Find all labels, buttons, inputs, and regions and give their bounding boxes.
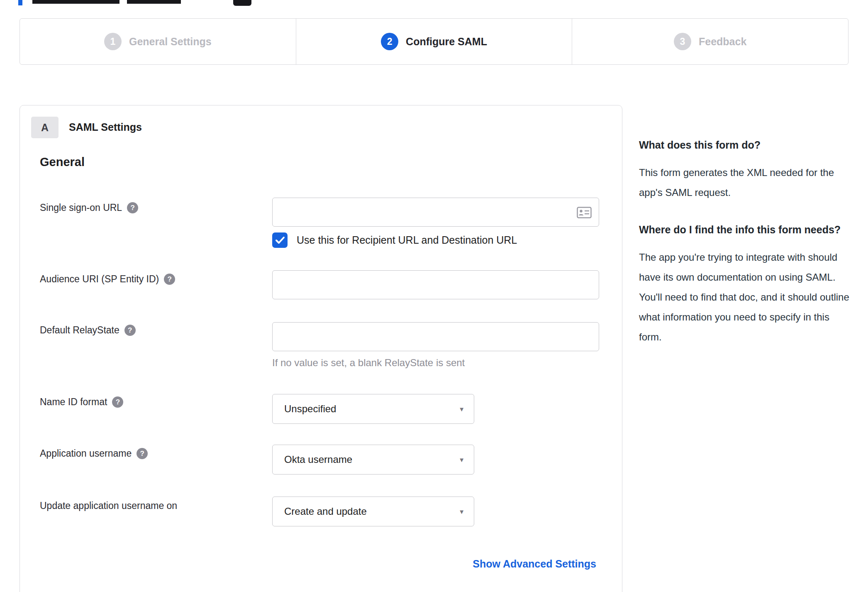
sso-url-label-text: Single sign-on URL — [40, 202, 122, 213]
application-username-select[interactable]: Okta username ▼ — [272, 445, 474, 475]
relay-state-helper-text: If no value is set, a blank RelayState i… — [272, 357, 465, 369]
chevron-down-icon: ▼ — [458, 456, 465, 463]
application-username-label: Application username ? — [40, 448, 148, 459]
step-label: Configure SAML — [406, 36, 487, 48]
step-label: Feedback — [699, 36, 746, 48]
contact-card-icon — [577, 207, 592, 220]
wizard-stepper: 1 General Settings 2 Configure SAML 3 Fe… — [20, 18, 848, 65]
audience-uri-input[interactable] — [272, 270, 599, 299]
section-a-badge: A — [31, 117, 59, 138]
clipped-title-icon-fragment — [233, 0, 251, 6]
sso-url-input-wrap — [272, 198, 599, 227]
update-username-select[interactable]: Create and update ▼ — [272, 497, 474, 526]
clipped-title-text-fragment — [32, 0, 119, 4]
relay-state-input[interactable] — [272, 322, 599, 351]
sso-url-help-icon[interactable]: ? — [127, 202, 138, 213]
relay-state-label: Default RelayState ? — [40, 325, 136, 336]
recipient-url-checkbox-row: Use this for Recipient URL and Destinati… — [272, 232, 517, 248]
step-number-badge: 2 — [381, 33, 398, 50]
step-feedback[interactable]: 3 Feedback — [572, 19, 848, 64]
name-id-format-select[interactable]: Unspecified ▼ — [272, 394, 474, 424]
relay-state-label-text: Default RelayState — [40, 325, 119, 336]
clipped-title-text-fragment — [127, 0, 181, 4]
recipient-url-checkbox-label: Use this for Recipient URL and Destinati… — [297, 234, 517, 246]
sso-url-input[interactable] — [272, 198, 599, 227]
help-question-1: What does this form do? — [639, 136, 851, 154]
chevron-down-icon: ▼ — [458, 508, 465, 515]
update-username-label-text: Update application username on — [40, 500, 177, 511]
help-answer-2: The app you're trying to integrate with … — [639, 247, 851, 347]
name-id-format-label-text: Name ID format — [40, 396, 107, 408]
help-question-2: Where do I find the info this form needs… — [639, 221, 851, 238]
general-section-heading: General — [40, 155, 85, 169]
panel-title: SAML Settings — [69, 121, 142, 133]
step-configure-saml[interactable]: 2 Configure SAML — [296, 19, 573, 64]
step-number-badge: 3 — [674, 33, 691, 50]
update-username-label: Update application username on — [40, 500, 177, 511]
relay-state-help-icon[interactable]: ? — [124, 325, 136, 336]
audience-uri-label-text: Audience URI (SP Entity ID) — [40, 274, 159, 285]
name-id-format-help-icon[interactable]: ? — [112, 396, 123, 408]
show-advanced-settings-link[interactable]: Show Advanced Settings — [473, 558, 596, 570]
saml-settings-panel: A SAML Settings General Single sign-on U… — [20, 105, 622, 592]
chevron-down-icon: ▼ — [458, 406, 465, 413]
update-username-value: Create and update — [284, 506, 367, 517]
help-sidebar: What does this form do? This form genera… — [639, 136, 851, 365]
application-username-label-text: Application username — [40, 448, 132, 459]
application-username-help-icon[interactable]: ? — [137, 448, 148, 459]
name-id-format-value: Unspecified — [284, 403, 336, 415]
name-id-format-label: Name ID format ? — [40, 396, 123, 408]
recipient-url-checkbox[interactable] — [272, 232, 288, 248]
step-general-settings[interactable]: 1 General Settings — [20, 19, 296, 64]
audience-uri-label: Audience URI (SP Entity ID) ? — [40, 274, 175, 285]
sso-url-label: Single sign-on URL ? — [40, 202, 138, 213]
help-answer-1: This form generates the XML needed for t… — [639, 163, 851, 203]
step-label: General Settings — [129, 36, 212, 48]
clipped-title-accent-bar — [18, 0, 22, 5]
audience-uri-help-icon[interactable]: ? — [164, 274, 175, 285]
step-number-badge: 1 — [104, 33, 122, 50]
application-username-value: Okta username — [284, 454, 352, 465]
